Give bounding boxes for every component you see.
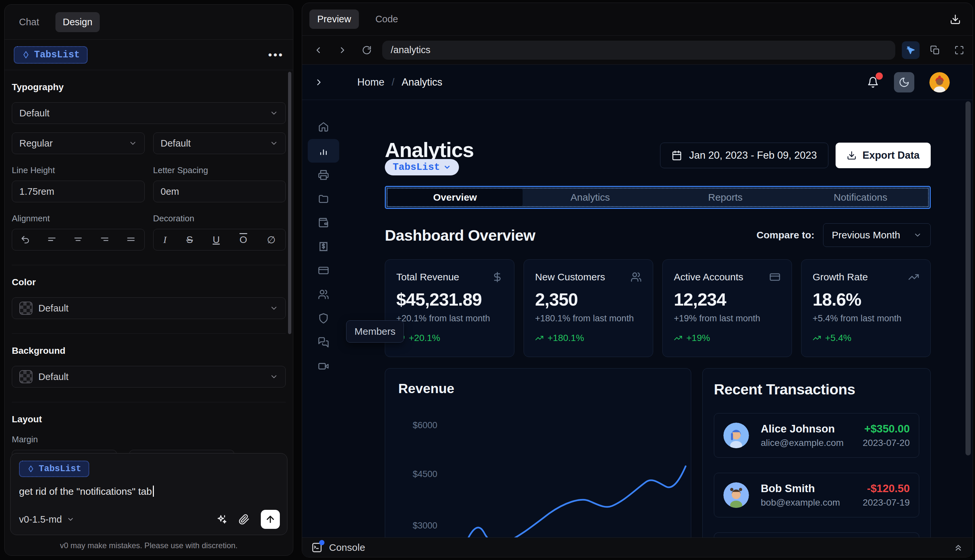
users-icon (631, 272, 642, 283)
copy-icon[interactable] (926, 41, 944, 59)
more-options-icon[interactable]: ••• (268, 48, 284, 61)
font-size-select[interactable]: Default (153, 132, 286, 154)
nav-analytics-icon[interactable] (308, 139, 339, 163)
selected-element-label: TabsList (393, 162, 440, 173)
font-family-value: Default (19, 108, 50, 119)
url-input[interactable]: /analytics (382, 41, 895, 60)
font-size-value: Default (161, 138, 191, 149)
inspect-cursor-icon[interactable] (902, 41, 920, 59)
user-avatar[interactable] (929, 72, 950, 92)
strikethrough-icon[interactable]: S (186, 234, 193, 245)
color-select[interactable]: Default (12, 297, 286, 319)
tab-overview[interactable]: Overview (387, 188, 523, 206)
fullscreen-icon[interactable] (950, 41, 968, 59)
font-family-select[interactable]: Default (12, 102, 286, 124)
breadcrumb-home[interactable]: Home (357, 77, 384, 88)
align-right-icon[interactable] (100, 235, 110, 245)
context-chip-label: TabsList (39, 464, 81, 474)
tab-notifications[interactable]: Notifications (793, 188, 928, 206)
align-center-icon[interactable] (73, 235, 83, 245)
background-select[interactable]: Default (12, 366, 286, 388)
selected-component-row: TabsList ••• (5, 40, 293, 70)
trending-up-icon (908, 272, 919, 283)
stat-label: Growth Rate (813, 272, 868, 283)
italic-icon[interactable]: I (164, 234, 167, 245)
stat-card-total-revenue: Total Revenue $45,231.89 +20.1% from las… (385, 259, 514, 357)
line-height-input[interactable]: 1.75rem (12, 181, 145, 202)
moon-icon (898, 77, 910, 88)
selected-element-chip[interactable]: TabsList (385, 159, 459, 175)
sparkles-icon[interactable] (216, 514, 227, 525)
overline-icon[interactable]: O (239, 234, 247, 245)
alignment-label: Alignment (12, 213, 145, 223)
nav-security-icon[interactable] (308, 307, 339, 330)
prompt-input[interactable]: get rid of the "notifications" tab (19, 485, 279, 497)
notifications-bell-icon[interactable] (867, 77, 879, 88)
nav-invoices-icon[interactable] (308, 163, 339, 187)
export-label: Export Data (863, 150, 920, 161)
tab-analytics[interactable]: Analytics (523, 188, 658, 206)
compare-select[interactable]: Previous Month (823, 223, 931, 247)
chevron-down-icon (129, 139, 137, 148)
transaction-row[interactable]: Alice Johnson alice@example.com +$350.00… (714, 413, 919, 458)
url-value: /analytics (391, 45, 431, 55)
console-bar[interactable]: Console (302, 537, 973, 557)
credit-card-icon (769, 272, 780, 283)
recent-transactions-card: Recent Transactions Alice Johnson alice@… (702, 368, 931, 537)
tab-chat[interactable]: Chat (12, 12, 46, 32)
nav-video-icon[interactable] (308, 355, 339, 378)
nav-home-icon[interactable] (308, 115, 339, 139)
refresh-icon[interactable] (358, 41, 376, 59)
section-heading: Dashboard Overview (385, 226, 535, 244)
browser-toolbar: /analytics (302, 36, 973, 65)
align-left-icon[interactable] (47, 235, 57, 245)
disclaimer-text: v0 may make mistakes. Please use with di… (5, 541, 293, 550)
expand-console-icon[interactable] (953, 542, 963, 553)
date-range-value: Jan 20, 2023 - Feb 09, 2023 (689, 150, 817, 161)
send-button[interactable] (261, 510, 280, 529)
context-chip[interactable]: TabsList (19, 461, 89, 477)
align-justify-icon[interactable] (126, 235, 136, 245)
preview-scrollbar[interactable] (965, 101, 971, 455)
dark-mode-toggle[interactable] (894, 72, 914, 92)
nav-wallet-icon[interactable] (308, 211, 339, 235)
sidebar-scrollbar[interactable] (288, 72, 291, 334)
nav-members-icon[interactable] (308, 283, 339, 306)
chat-prompt-box[interactable]: TabsList get rid of the "notifications" … (10, 453, 287, 535)
date-range-picker[interactable]: Jan 20, 2023 - Feb 09, 2023 (660, 143, 829, 168)
stat-subtext: +20.1% from last month (396, 313, 503, 323)
attach-icon[interactable] (239, 514, 250, 525)
sidebar-expand-icon[interactable] (314, 77, 324, 87)
underline-icon[interactable]: U (213, 234, 220, 245)
undo-icon[interactable] (20, 235, 30, 245)
tab-preview[interactable]: Preview (309, 10, 359, 29)
no-decoration-icon[interactable]: ∅ (267, 234, 275, 245)
nav-messages-icon[interactable] (308, 330, 339, 354)
nav-cards-icon[interactable] (308, 259, 339, 282)
back-icon[interactable] (309, 41, 327, 59)
tab-code[interactable]: Code (367, 10, 406, 29)
download-icon[interactable] (950, 14, 965, 25)
selected-component-label: TabsList (34, 50, 80, 60)
trend-up-icon (674, 334, 682, 342)
nav-receipts-icon[interactable] (308, 235, 339, 258)
export-data-button[interactable]: Export Data (836, 143, 931, 168)
preview-panel: Preview Code /analytics (302, 3, 973, 557)
stat-value: $45,231.89 (396, 289, 503, 310)
transaction-amount: -$120.50 (863, 482, 910, 495)
letter-spacing-input[interactable]: 0em (153, 181, 286, 202)
model-select[interactable]: v0-1.5-md (19, 514, 75, 525)
transaction-row[interactable]: Bob Smith bob@example.com -$120.50 2023-… (714, 473, 919, 517)
chevron-down-icon (270, 304, 278, 312)
forward-icon[interactable] (334, 41, 351, 59)
selected-component-chip[interactable]: TabsList (14, 46, 88, 63)
stat-trend-value: +20.1% (409, 333, 440, 343)
nav-files-icon[interactable] (308, 187, 339, 210)
stat-label: Active Accounts (674, 272, 743, 283)
tab-design[interactable]: Design (55, 12, 99, 32)
font-weight-select[interactable]: Regular (12, 132, 145, 154)
app-body: Analytics TabsList Jan 20, 2023 - Feb 09… (302, 100, 973, 537)
tab-reports[interactable]: Reports (658, 188, 793, 206)
avatar (723, 482, 749, 508)
letter-spacing-label: Letter Spacing (153, 165, 286, 175)
